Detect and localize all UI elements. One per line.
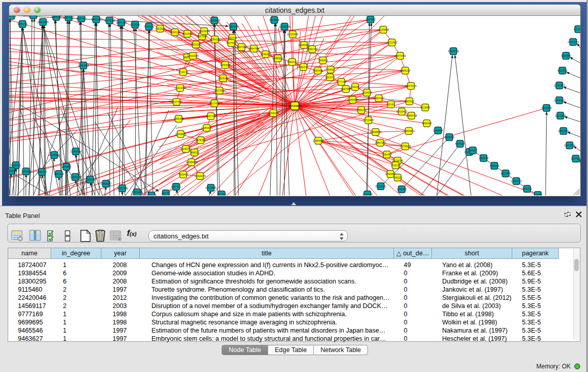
svg-text:8938923: 8938923 [444, 136, 454, 139]
svg-text:20364436: 20364436 [347, 98, 358, 101]
svg-text:15751074: 15751074 [568, 40, 579, 43]
svg-text:1733426: 1733426 [362, 193, 373, 195]
svg-text:9084067: 9084067 [382, 153, 392, 156]
svg-text:945779: 945779 [162, 192, 170, 195]
svg-text:9146821: 9146821 [260, 53, 271, 56]
svg-text:15692971: 15692971 [558, 129, 569, 133]
svg-text:1615132: 1615132 [390, 164, 401, 167]
svg-text:9115460: 9115460 [420, 106, 430, 109]
svg-text:9160124: 9160124 [170, 31, 180, 34]
svg-text:7386372: 7386372 [356, 108, 366, 112]
svg-text:1405571: 1405571 [9, 16, 16, 17]
svg-text:9527508: 9527508 [226, 41, 236, 45]
svg-text:10719155: 10719155 [104, 19, 115, 22]
svg-text:2087682: 2087682 [365, 18, 376, 21]
svg-text:1985619: 1985619 [51, 16, 61, 18]
svg-text:8267130: 8267130 [206, 115, 216, 118]
svg-text:20053346: 20053346 [78, 64, 89, 67]
svg-text:18807249: 18807249 [375, 141, 386, 144]
svg-text:15716485: 15716485 [205, 186, 216, 189]
svg-text:7515526: 7515526 [130, 23, 140, 26]
svg-text:8471676: 8471676 [500, 172, 511, 175]
svg-text:157164: 157164 [217, 193, 226, 195]
svg-text:16053809: 16053809 [209, 19, 220, 22]
svg-text:391543: 391543 [9, 169, 16, 172]
svg-text:18724007: 18724007 [288, 104, 302, 107]
svg-text:17016504: 17016504 [564, 144, 575, 147]
svg-text:3498222: 3498222 [189, 151, 200, 154]
svg-text:16543382: 16543382 [190, 43, 202, 46]
svg-text:15226058: 15226058 [199, 30, 210, 33]
svg-text:7357224: 7357224 [228, 25, 238, 28]
svg-text:11325419: 11325419 [287, 33, 298, 36]
svg-text:12923465: 12923465 [132, 191, 143, 194]
svg-text:744447: 744447 [469, 149, 477, 152]
svg-text:9227342: 9227342 [557, 69, 568, 72]
svg-text:9527500: 9527500 [197, 35, 207, 38]
svg-text:1965492: 1965492 [173, 117, 184, 120]
svg-text:62160: 62160 [387, 103, 395, 106]
svg-text:2099437: 2099437 [28, 16, 38, 17]
svg-text:7663822: 7663822 [155, 27, 165, 30]
svg-text:9699695: 9699695 [422, 122, 432, 125]
svg-text:10654112: 10654112 [511, 180, 522, 183]
svg-text:8813054: 8813054 [269, 18, 279, 21]
svg-text:952754: 952754 [228, 36, 237, 39]
svg-text:8427552: 8427552 [214, 89, 225, 92]
svg-text:9457791: 9457791 [171, 185, 181, 188]
svg-text:3624554: 3624554 [362, 91, 372, 94]
svg-text:1362615: 1362615 [298, 65, 309, 69]
svg-text:7485063: 7485063 [400, 69, 410, 72]
svg-text:8454749: 8454749 [249, 47, 259, 50]
svg-text:165225: 165225 [394, 176, 402, 179]
svg-text:9242848: 9242848 [220, 63, 230, 67]
svg-text:1588520: 1588520 [273, 57, 283, 60]
svg-text:18640910: 18640910 [298, 43, 310, 47]
svg-text:16961758: 16961758 [307, 48, 318, 51]
svg-text:12444151: 12444151 [554, 99, 565, 102]
svg-text:16782759: 16782759 [117, 187, 128, 190]
svg-text:9245652: 9245652 [522, 187, 532, 190]
svg-text:9975887: 9975887 [61, 165, 72, 168]
svg-text:15720407: 15720407 [363, 119, 374, 122]
svg-text:10958107: 10958107 [100, 182, 112, 185]
svg-text:13353594: 13353594 [201, 126, 212, 129]
svg-text:8678352: 8678352 [195, 139, 206, 142]
svg-text:12975115: 12975115 [405, 84, 417, 87]
svg-text:1527602: 1527602 [76, 17, 86, 20]
svg-text:10807487: 10807487 [373, 97, 384, 100]
svg-text:1167533: 1167533 [571, 157, 580, 160]
svg-text:6879197: 6879197 [455, 142, 465, 145]
svg-text:22420046: 22420046 [187, 54, 199, 57]
svg-text:9463627: 9463627 [404, 100, 415, 103]
svg-text:2718176: 2718176 [178, 71, 188, 74]
svg-text:7515526: 7515526 [144, 25, 154, 28]
svg-text:2967608: 2967608 [236, 46, 247, 49]
svg-text:9329966: 9329966 [561, 54, 571, 57]
svg-text:924565: 924565 [534, 193, 542, 195]
svg-text:8322037: 8322037 [287, 60, 297, 63]
svg-text:2803144: 2803144 [218, 77, 228, 80]
svg-text:12213369: 12213369 [175, 86, 186, 90]
svg-text:17359924: 17359924 [70, 150, 81, 153]
svg-text:16648784: 16648784 [448, 50, 459, 53]
svg-text:1733426: 1733426 [397, 188, 407, 191]
svg-text:17957225: 17957225 [84, 178, 96, 181]
svg-text:19654923: 19654923 [403, 129, 415, 133]
svg-text:8990448: 8990448 [313, 69, 323, 72]
svg-text:19756928: 19756928 [400, 145, 411, 148]
svg-text:12505135: 12505135 [70, 176, 81, 179]
svg-text:9055061: 9055061 [11, 164, 21, 167]
svg-text:2935114: 2935114 [478, 157, 488, 160]
svg-text:6466160: 6466160 [91, 18, 101, 21]
svg-text:20691406: 20691406 [37, 20, 49, 24]
svg-text:16210643: 16210643 [555, 114, 566, 117]
svg-text:15136141: 15136141 [375, 185, 386, 188]
svg-text:16046786: 16046786 [180, 147, 191, 150]
svg-text:19218906: 19218906 [279, 25, 290, 28]
svg-text:12213967: 12213967 [386, 41, 398, 44]
svg-text:1292346: 1292346 [146, 194, 157, 195]
svg-text:18300295: 18300295 [268, 112, 279, 115]
svg-text:6497568: 6497568 [341, 87, 351, 91]
svg-text:12093873: 12093873 [554, 84, 565, 87]
